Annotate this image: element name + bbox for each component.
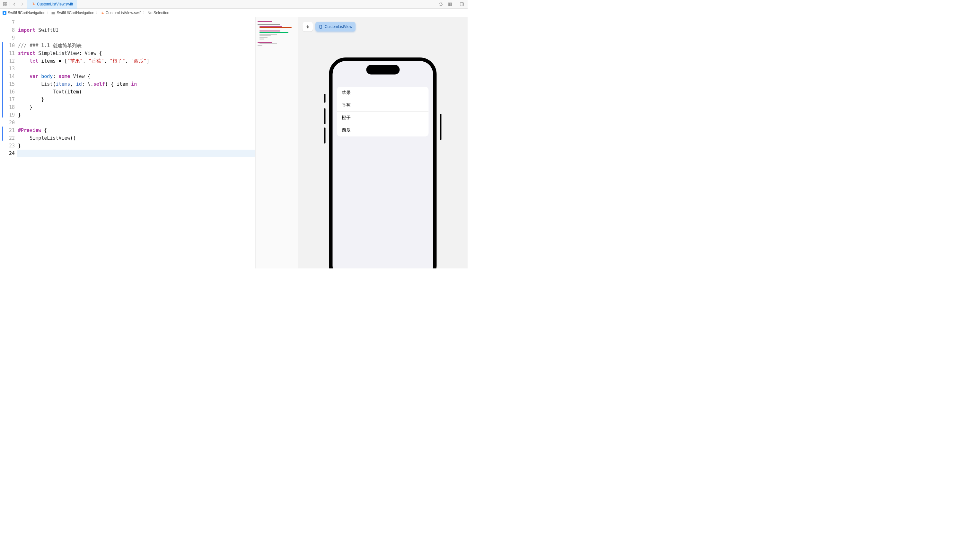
line-number: 24 [0,150,15,157]
refresh-icon[interactable] [438,1,444,7]
swift-icon [100,11,104,15]
swift-icon [31,2,35,7]
code-line[interactable]: struct SimpleListView: View { [18,50,255,57]
project-icon: ◆ [3,11,7,15]
list-item[interactable]: 西瓜 [337,124,429,137]
tab-label: CustomListView.swift [37,2,73,7]
phone-volume-up [324,108,326,124]
code-editor[interactable]: 789101112131415161718192021222324 import… [0,17,255,268]
code-line[interactable]: } [18,111,255,119]
svg-rect-4 [448,3,452,6]
code-line[interactable]: SimpleListView() [18,134,255,142]
line-number: 23 [0,142,15,150]
toggle-preview-icon[interactable] [458,1,465,7]
pin-preview-button[interactable] [303,22,313,32]
list-card: 苹果香蕉橙子西瓜 [337,87,429,137]
code-line[interactable]: } [18,142,255,150]
svg-rect-0 [3,3,5,4]
code-line[interactable] [18,34,255,42]
nav-forward-button[interactable] [19,1,25,7]
line-number: 7 [0,18,15,26]
chevron-right-icon: 〉 [96,11,99,15]
preview-target-label: CustomListView [325,24,352,29]
list-item[interactable]: 香蕉 [337,99,429,112]
device-icon [318,25,323,29]
chevron-right-icon: 〉 [143,11,146,15]
phone-mute-switch [324,94,326,103]
minimap[interactable] [255,17,298,268]
crumb-folder[interactable]: SwiftUICartNavigation [51,11,94,15]
code-area[interactable]: import SwiftUI /// ### 1.1 创建简单列表struct … [18,17,255,268]
breadcrumb: ◆ SwiftUICartNavigation 〉 SwiftUICartNav… [0,9,468,17]
svg-rect-1 [5,3,7,4]
dynamic-island [366,65,400,75]
code-line[interactable]: } [18,96,255,103]
svg-rect-2 [3,5,5,6]
code-line[interactable]: var body: some View { [18,73,255,80]
line-number: 9 [0,34,15,42]
code-line[interactable] [17,150,255,157]
line-number: 8 [0,26,15,34]
code-line[interactable]: List(items, id: \.self) { item in [18,80,255,88]
line-gutter: 789101112131415161718192021222324 [0,17,18,268]
code-line[interactable]: } [18,103,255,111]
nav-back-button[interactable] [11,1,18,7]
adjust-editor-icon[interactable] [447,1,453,7]
code-line[interactable]: /// ### 1.1 创建简单列表 [18,42,255,50]
list-item[interactable]: 橙子 [337,112,429,124]
code-line[interactable]: Text(item) [18,88,255,96]
change-indicator [2,127,3,141]
code-line[interactable] [18,119,255,127]
code-line[interactable]: import SwiftUI [18,26,255,34]
code-line[interactable] [18,18,255,26]
line-number: 20 [0,119,15,127]
phone-power-button [440,114,442,140]
svg-rect-8 [460,3,464,6]
tab-active[interactable]: CustomListView.swift [27,0,77,9]
phone-simulator[interactable]: 苹果香蕉橙子西瓜 [329,57,437,268]
crumb-file[interactable]: CustomListView.swift [100,11,142,15]
tab-bar: CustomListView.swift [0,0,468,9]
crumb-selection[interactable]: No Selection [147,11,169,15]
preview-canvas: CustomListView 苹果香蕉橙子西瓜 [298,17,468,268]
code-line[interactable] [18,65,255,73]
svg-rect-3 [5,5,7,6]
folder-icon [51,11,55,15]
svg-rect-10 [320,25,322,28]
pin-icon [305,24,310,29]
related-items-icon[interactable] [2,1,8,7]
change-indicator [2,42,3,118]
phone-volume-down [324,127,326,143]
crumb-project[interactable]: ◆ SwiftUICartNavigation [3,11,45,15]
preview-target-button[interactable]: CustomListView [315,22,355,32]
code-line[interactable]: let items = ["苹果", "香蕉", "橙子", "西瓜"] [18,57,255,65]
list-item[interactable]: 苹果 [337,87,429,99]
code-line[interactable]: #Preview { [18,127,255,134]
chevron-right-icon: 〉 [47,11,50,15]
